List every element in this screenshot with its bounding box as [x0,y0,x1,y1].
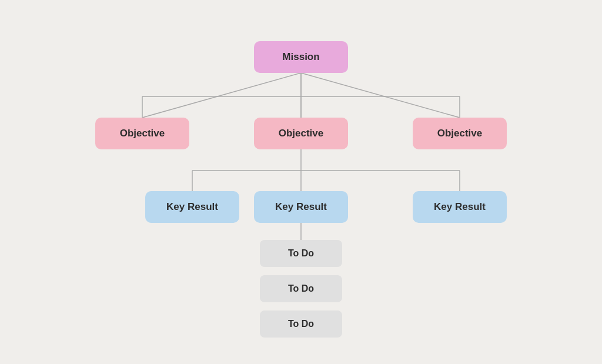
todo-label-3: To Do [288,319,314,329]
diagram: Mission Objective Objective Objective Ke… [48,18,554,347]
mission-node: Mission [254,41,348,73]
key-result-node-2: Key Result [254,191,348,223]
objective-label-3: Objective [437,128,483,139]
todo-node-3: To Do [260,310,342,338]
key-result-node-3: Key Result [413,191,507,223]
todo-node-2: To Do [260,275,342,302]
objective-label-2: Objective [279,128,324,139]
todo-label-2: To Do [288,283,314,294]
key-result-label-2: Key Result [275,201,327,213]
objective-node-3: Objective [413,118,507,149]
key-result-label-1: Key Result [166,201,218,213]
objective-node-2: Objective [254,118,348,149]
objective-node-1: Objective [95,118,189,149]
todo-label-1: To Do [288,248,314,259]
objective-label-1: Objective [120,128,165,139]
key-result-label-3: Key Result [434,201,486,213]
key-result-node-1: Key Result [145,191,239,223]
mission-label: Mission [282,51,319,63]
todo-node-1: To Do [260,240,342,267]
svg-line-0 [142,73,301,118]
svg-line-2 [301,73,460,118]
